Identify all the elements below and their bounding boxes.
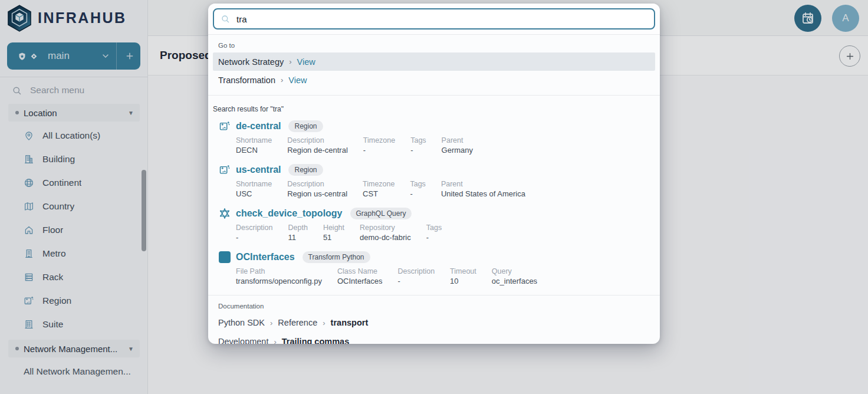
graphql-icon	[219, 208, 231, 219]
result-field: Tags-	[410, 136, 426, 155]
result-title-link[interactable]: de-central	[236, 121, 281, 132]
field-label: Height	[323, 224, 344, 232]
result-title-link[interactable]: OCInterfaces	[236, 252, 295, 262]
documentation-section-label: Documentation	[218, 303, 650, 310]
field-value: demo-dc-fabric	[360, 233, 411, 242]
field-value: -	[410, 146, 426, 155]
doc-crumb-label: Python SDK	[218, 318, 265, 327]
result-field: DescriptionRegion de-central	[287, 136, 348, 155]
chevron-right-separator: ›	[274, 337, 276, 344]
field-value: 11	[288, 233, 308, 242]
chevron-right-separator: ›	[289, 57, 291, 66]
field-value: -	[398, 277, 435, 285]
field-label: Parent	[442, 136, 473, 145]
field-value: -	[236, 233, 273, 242]
result-field: TimezoneCST	[363, 180, 394, 198]
result-header: {}OCInterfacesTransform Python	[219, 251, 655, 263]
doc-crumb-label: Reference	[278, 318, 317, 327]
field-value: Germany	[442, 146, 473, 155]
result-field: Timeout10	[450, 267, 476, 285]
result-field: Description-	[236, 224, 273, 242]
result-field: Class NameOCInterfaces	[337, 267, 383, 285]
goto-path-label: Transformation	[218, 75, 275, 85]
result-title-link[interactable]: check_device_topology	[236, 208, 343, 219]
modal-search-section	[208, 4, 660, 35]
modal-divider	[208, 295, 660, 296]
result-kind-badge: Region	[288, 120, 323, 132]
field-value: USC	[236, 189, 272, 198]
results-section-label: Search results for "tra"	[213, 105, 655, 113]
search-result-entry[interactable]: check_device_topologyGraphQL QueryDescri…	[208, 202, 660, 245]
field-value: Region de-central	[287, 146, 348, 155]
result-kind-badge: Transform Python	[303, 251, 370, 263]
result-field: ShortnameDECN	[236, 136, 272, 155]
result-field: ParentGermany	[442, 136, 473, 155]
result-field: Tags-	[410, 180, 425, 198]
result-field: Height51	[323, 224, 344, 242]
field-value: -	[410, 189, 425, 198]
result-field: DescriptionRegion us-central	[287, 180, 347, 198]
search-result-entry[interactable]: de-centralRegionShortnameDECNDescription…	[208, 114, 660, 158]
documentation-list: Python SDK›Reference›transportDevelopmen…	[208, 313, 660, 344]
field-label: Query	[492, 267, 537, 275]
region-icon	[219, 164, 231, 176]
region-icon	[219, 120, 231, 132]
goto-path-label: Network Strategy	[218, 57, 284, 67]
result-field: Depth11	[288, 224, 308, 242]
result-kind-badge: Region	[288, 164, 323, 176]
field-label: Shortname	[236, 136, 272, 145]
search-result-entry[interactable]: us-centralRegionShortnameUSCDescriptionR…	[208, 158, 660, 202]
result-header: de-centralRegion	[219, 120, 655, 132]
field-label: Tags	[410, 136, 426, 145]
search-result-entry[interactable]: {}OCInterfacesTransform PythonFile Patht…	[208, 245, 660, 289]
chevron-right-separator: ›	[323, 319, 325, 327]
field-value: 10	[450, 277, 476, 285]
result-field: Tags-	[426, 224, 442, 242]
doc-crumb-label: Development	[218, 337, 268, 344]
result-header: us-centralRegion	[219, 164, 655, 176]
chevron-right-separator: ›	[281, 75, 283, 84]
goto-section-label: Go to	[218, 42, 650, 49]
result-field: Queryoc_interfaces	[492, 267, 537, 285]
result-field: Description-	[398, 267, 435, 285]
field-label: Shortname	[236, 180, 272, 188]
field-label: File Path	[236, 267, 322, 275]
field-label: Depth	[288, 224, 308, 232]
result-title-link[interactable]: us-central	[236, 165, 281, 175]
field-value: -	[426, 233, 442, 242]
field-value: -	[363, 146, 395, 155]
global-search-input[interactable]	[236, 14, 647, 24]
field-label: Description	[287, 136, 348, 145]
global-search-field[interactable]	[213, 8, 655, 29]
field-label: Description	[287, 180, 347, 188]
modal-divider	[208, 95, 660, 96]
result-field: Repositorydemo-dc-fabric	[360, 224, 411, 242]
goto-row[interactable]: Transformation›View	[213, 71, 655, 89]
field-value: DECN	[236, 146, 272, 155]
documentation-row[interactable]: Python SDK›Reference›transport	[213, 313, 655, 332]
global-search-modal: Go to Network Strategy›ViewTransformatio…	[208, 4, 660, 344]
result-field: Timezone-	[363, 136, 395, 155]
result-fields: File Pathtransforms/openconfig.pyClass N…	[236, 267, 655, 285]
field-label: Tags	[426, 224, 442, 232]
goto-view-link[interactable]: View	[288, 75, 307, 85]
field-label: Repository	[360, 224, 411, 232]
field-value: OCInterfaces	[337, 277, 383, 285]
result-field: ShortnameUSC	[236, 180, 272, 198]
field-label: Timezone	[363, 136, 395, 145]
result-field: ParentUnited States of America	[441, 180, 525, 198]
field-label: Timeout	[450, 267, 476, 275]
result-fields: ShortnameUSCDescriptionRegion us-central…	[236, 180, 655, 198]
field-value: transforms/openconfig.py	[236, 277, 322, 285]
field-label: Class Name	[337, 267, 383, 275]
field-value: oc_interfaces	[492, 277, 537, 285]
documentation-row[interactable]: Development›Trailing commas	[213, 332, 655, 344]
goto-view-link[interactable]: View	[297, 57, 315, 67]
field-label: Description	[236, 224, 273, 232]
goto-row[interactable]: Network Strategy›View	[213, 52, 655, 71]
field-label: Parent	[441, 180, 525, 188]
field-value: Region us-central	[287, 189, 347, 198]
field-label: Description	[398, 267, 435, 275]
goto-list: Network Strategy›ViewTransformation›View	[208, 52, 660, 89]
field-label: Timezone	[363, 180, 394, 188]
